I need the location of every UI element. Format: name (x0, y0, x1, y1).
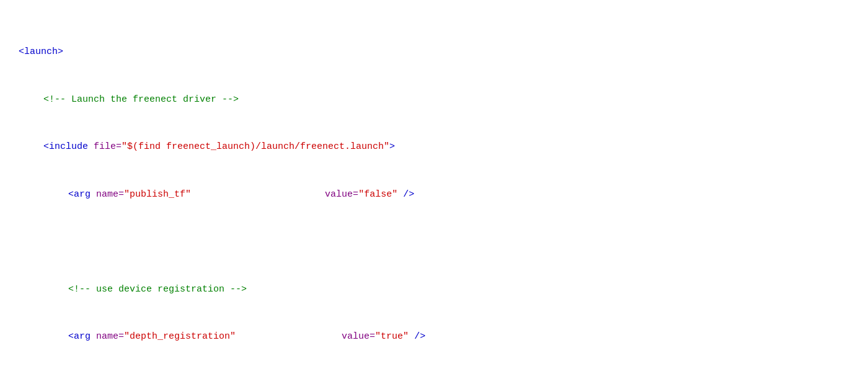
line-include-open: <include file="$(find freenect_launch)/l… (43, 139, 849, 155)
line-blank1 (19, 234, 849, 250)
line-depth-reg: <arg name="depth_registration" value="tr… (68, 329, 849, 345)
line-comment-device: <!-- use device registration --> (68, 282, 849, 298)
line-publish-tf: <arg name="publish_tf" value="false" /> (68, 187, 849, 203)
line-launch-open: <launch> (19, 44, 849, 60)
line-blank2 (19, 377, 849, 380)
line-comment-driver: <!-- Launch the freenect driver --> (43, 92, 849, 108)
code-content: <launch> <!-- Launch the freenect driver… (19, 12, 849, 379)
